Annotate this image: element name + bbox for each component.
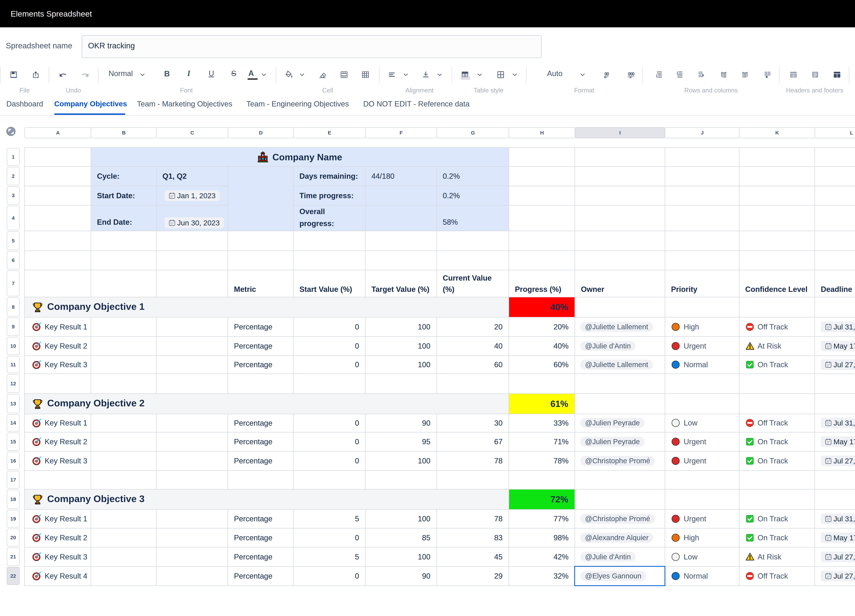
svg-text:0: 0 — [632, 71, 634, 76]
svg-text:0: 0 — [607, 71, 609, 76]
